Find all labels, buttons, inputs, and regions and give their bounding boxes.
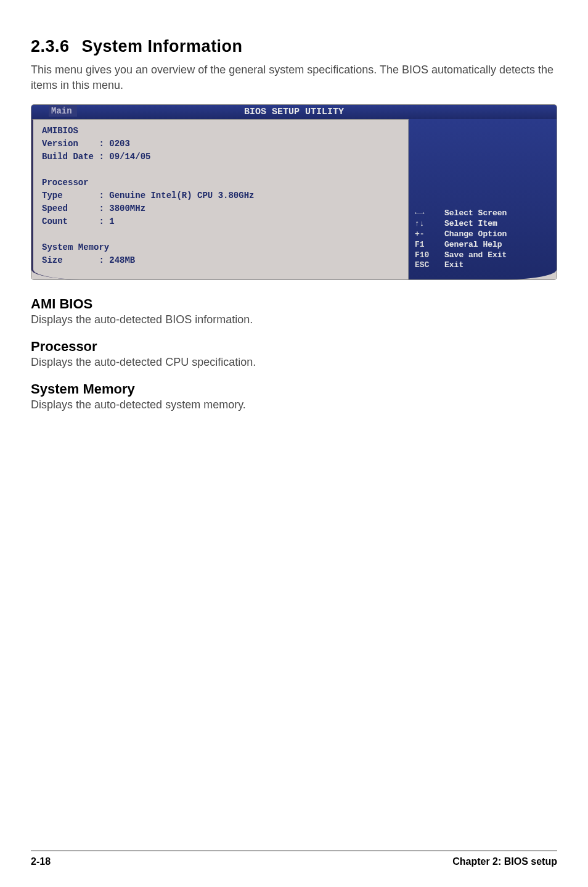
count-value: 1 <box>109 217 114 226</box>
legend-label: Select Item <box>444 219 497 229</box>
speed-value: 3800MHz <box>109 204 145 213</box>
processor-type-row: Type : Genuine Intel(R) CPU 3.80GHz <box>42 189 399 202</box>
legend-key: F1 <box>415 240 444 250</box>
count-label: Count <box>42 217 68 226</box>
page-footer: 2-18 Chapter 2: BIOS setup <box>31 851 557 867</box>
sub-body-memory: Displays the auto-detected system memory… <box>31 398 557 411</box>
sub-body-ami: Displays the auto-detected BIOS informat… <box>31 313 557 326</box>
sub-body-processor: Displays the auto-detected CPU specifica… <box>31 356 557 369</box>
version-value: 0203 <box>109 139 130 149</box>
size-label: Size <box>42 255 63 265</box>
section-title: System Information <box>82 37 243 56</box>
processor-label: Processor <box>42 176 399 189</box>
type-value: Genuine Intel(R) CPU 3.80GHz <box>109 191 254 200</box>
version-label: Version <box>42 139 78 149</box>
processor-count-row: Count : 1 <box>42 215 399 228</box>
legend-key: ESC <box>415 260 444 271</box>
memory-label: System Memory <box>42 241 399 254</box>
legend-row: F1 General Help <box>415 240 550 250</box>
legend-label: Exit <box>444 260 463 271</box>
bios-legend-panel: ←→ Select Screen ↑↓ Select Item +- Chang… <box>409 119 557 279</box>
build-value: 09/14/05 <box>109 152 150 162</box>
bios-title: BIOS SETUP UTILITY <box>244 107 344 117</box>
section-heading: 2.3.6System Information <box>31 37 557 56</box>
legend-key: ↑↓ <box>415 219 444 229</box>
legend-row: F10 Save and Exit <box>415 250 550 261</box>
legend-label: Change Option <box>444 229 507 240</box>
sub-heading-memory: System Memory <box>31 381 557 397</box>
legend-label: General Help <box>444 240 502 250</box>
amibios-label: AMIBIOS <box>42 125 399 138</box>
bios-titlebar: Main BIOS SETUP UTILITY <box>31 105 557 119</box>
memory-size-row: Size : 248MB <box>42 254 399 267</box>
legend-row: ←→ Select Screen <box>415 208 550 219</box>
legend-key: ←→ <box>415 208 444 219</box>
chapter-label: Chapter 2: BIOS setup <box>452 856 557 867</box>
legend-key: +- <box>415 229 444 240</box>
legend-row: ↑↓ Select Item <box>415 219 550 229</box>
type-label: Type <box>42 191 63 200</box>
legend-row: +- Change Option <box>415 229 550 240</box>
bios-content: AMIBIOS Version : 0203 Build Date : 09/1… <box>31 119 409 279</box>
bios-build-row: Build Date : 09/14/05 <box>42 151 399 163</box>
bios-window: Main BIOS SETUP UTILITY AMIBIOS Version … <box>31 104 557 280</box>
intro-text: This menu gives you an overview of the g… <box>31 62 557 93</box>
section-number: 2.3.6 <box>31 37 70 56</box>
bios-tab-main: Main <box>49 105 77 117</box>
legend-label: Select Screen <box>444 208 507 219</box>
bios-version-row: Version : 0203 <box>42 138 399 151</box>
size-value: 248MB <box>109 255 135 265</box>
legend-label: Save and Exit <box>444 250 507 261</box>
legend-key: F10 <box>415 250 444 261</box>
speed-label: Speed <box>42 204 68 213</box>
processor-speed-row: Speed : 3800MHz <box>42 202 399 215</box>
bios-body: AMIBIOS Version : 0203 Build Date : 09/1… <box>31 119 557 279</box>
legend-row: ESC Exit <box>415 260 550 271</box>
build-label: Build Date <box>42 152 94 162</box>
page-number: 2-18 <box>31 856 51 867</box>
sub-heading-processor: Processor <box>31 339 557 355</box>
sub-heading-ami: AMI BIOS <box>31 296 557 312</box>
